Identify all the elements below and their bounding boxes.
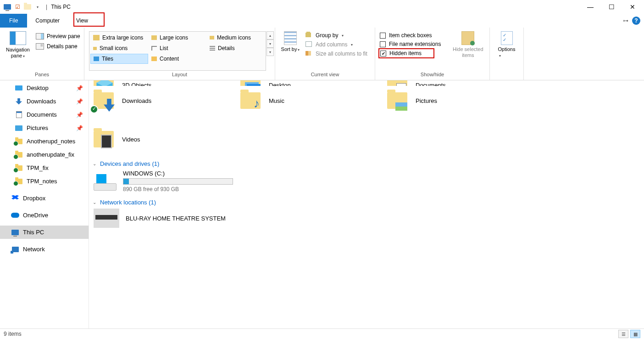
- pc-icon: [3, 2, 12, 11]
- drive-name: WINDOWS (C:): [123, 170, 233, 177]
- layout-extra-large-icons[interactable]: Extra large icons: [90, 33, 148, 43]
- window-controls: — ☐ ✕: [580, 0, 643, 14]
- drive-c[interactable]: WINDOWS (C:) 890 GB free of 930 GB: [94, 170, 639, 192]
- help-icon[interactable]: ?: [632, 17, 640, 25]
- main-area: Desktop📌 Downloads📌 Documents📌 Pictures📌…: [0, 80, 644, 328]
- close-button[interactable]: ✕: [622, 0, 643, 14]
- size-all-columns-button: Size all columns to fit: [305, 51, 372, 57]
- current-view-group-label: Current view: [278, 72, 372, 79]
- tree-dropbox[interactable]: Dropbox: [0, 192, 89, 205]
- layout-content[interactable]: Content: [149, 54, 206, 64]
- pin-icon: 📌: [76, 98, 83, 105]
- tab-file[interactable]: File: [0, 14, 27, 28]
- title-bar: ☑ ▾ | This PC — ☐ ✕: [0, 0, 644, 14]
- pin-icon: 📌: [76, 112, 83, 118]
- tree-desktop[interactable]: Desktop📌: [0, 81, 89, 95]
- network-device-bluray[interactable]: BLU-RAY HOME THEATRE SYSTEM: [94, 209, 639, 228]
- tab-view[interactable]: View: [68, 14, 96, 28]
- folder-documents[interactable]: Documents: [385, 80, 523, 86]
- group-by-icon: [305, 32, 313, 39]
- layout-medium-icons[interactable]: Medium icons: [207, 33, 265, 43]
- options-button[interactable]: Options▾: [493, 29, 521, 71]
- group-by-button[interactable]: Group by▾: [305, 32, 372, 39]
- folder-desktop[interactable]: Desktop: [239, 80, 376, 86]
- tree-documents[interactable]: Documents📌: [0, 108, 89, 121]
- chevron-down-icon: ⌄: [93, 200, 96, 205]
- highlight-hidden-items: ✔Hidden items: [378, 48, 434, 58]
- layout-group-label: Layout: [87, 72, 272, 79]
- pin-icon: 📌: [76, 125, 83, 131]
- sync-badge-icon: [90, 105, 98, 113]
- hide-selected-icon: [461, 31, 474, 45]
- tree-folder-tpm-notes[interactable]: TPM_notes: [0, 175, 89, 188]
- drive-free-text: 890 GB free of 930 GB: [123, 186, 233, 192]
- ribbon-tabs: File Computer View ⊶ ?: [0, 14, 644, 28]
- layout-small-icons[interactable]: Small icons: [90, 43, 148, 53]
- file-name-extensions-checkbox[interactable]: File name extensions: [380, 41, 450, 47]
- hide-selected-items-button: Hide selected items: [450, 29, 487, 71]
- details-view-button[interactable]: ☰: [618, 330, 628, 338]
- drive-icon: [94, 172, 117, 191]
- folder-downloads[interactable]: Downloads: [92, 88, 229, 113]
- section-devices-and-drives[interactable]: ⌄ Devices and drives (1): [93, 160, 639, 167]
- tab-computer[interactable]: Computer: [27, 14, 68, 28]
- tree-pictures[interactable]: Pictures📌: [0, 121, 89, 135]
- new-folder-icon[interactable]: [23, 2, 32, 11]
- tiles-view-button[interactable]: ▦: [630, 330, 640, 338]
- title-separator: |: [46, 4, 47, 10]
- layout-scroll-down[interactable]: ▾: [266, 40, 274, 48]
- content-pane: 3D Objects Desktop Documents Downloads ♪…: [89, 80, 644, 328]
- tree-this-pc[interactable]: This PC: [0, 226, 89, 239]
- panes-group-label: Panes: [3, 72, 81, 79]
- navigation-tree: Desktop📌 Downloads📌 Documents📌 Pictures📌…: [0, 80, 89, 328]
- layout-large-icons[interactable]: Large icons: [149, 33, 206, 43]
- tree-folder-anotherupd-notes[interactable]: Anotherupd_notes: [0, 135, 89, 148]
- minimize-button[interactable]: —: [580, 0, 601, 14]
- preview-pane-icon: [36, 33, 44, 40]
- tree-folder-tpm-fix[interactable]: TPM_fix: [0, 161, 89, 175]
- quick-access-toolbar: ☑ ▾: [3, 2, 42, 11]
- folder-3d-objects[interactable]: 3D Objects: [92, 80, 229, 86]
- layout-tiles[interactable]: Tiles: [90, 54, 148, 64]
- add-columns-icon: [305, 41, 313, 48]
- details-pane-button[interactable]: Details pane: [36, 43, 80, 50]
- layout-list[interactable]: List: [149, 43, 206, 53]
- sort-by-icon: [284, 31, 297, 45]
- layout-details[interactable]: Details: [207, 43, 265, 53]
- folder-music[interactable]: ♪ Music: [239, 88, 376, 113]
- maximize-button[interactable]: ☐: [601, 0, 622, 14]
- add-columns-button: Add columns▾: [305, 41, 372, 48]
- tree-folder-anotherupdate-fix[interactable]: anotherupdate_fix: [0, 148, 89, 161]
- hidden-items-checkbox[interactable]: ✔Hidden items: [380, 50, 429, 56]
- item-check-boxes-checkbox[interactable]: Item check boxes: [380, 32, 450, 39]
- tree-network[interactable]: Network: [0, 243, 89, 256]
- section-network-locations[interactable]: ⌄ Network locations (1): [93, 199, 639, 206]
- qat-customize-icon[interactable]: ▾: [33, 2, 42, 11]
- window-title: This PC: [51, 4, 71, 10]
- details-pane-icon: [36, 43, 44, 50]
- chevron-down-icon: ⌄: [93, 161, 96, 166]
- minimize-ribbon-icon[interactable]: ⊶: [623, 17, 628, 24]
- tree-onedrive[interactable]: OneDrive: [0, 209, 89, 222]
- navigation-pane-button[interactable]: Navigation pane▾: [3, 29, 33, 59]
- status-bar: 9 items ☰ ▦: [0, 328, 644, 339]
- navigation-pane-icon: [10, 31, 26, 45]
- show-hide-group-label: Show/hide: [378, 72, 487, 79]
- folder-videos[interactable]: Videos: [92, 126, 229, 152]
- sort-by-button[interactable]: Sort by▾: [278, 29, 303, 71]
- status-item-count: 9 items: [4, 331, 22, 337]
- properties-icon[interactable]: ☑: [13, 2, 22, 11]
- ribbon: Navigation pane▾ Preview pane Details pa…: [0, 28, 644, 80]
- pin-icon: 📌: [76, 85, 83, 91]
- network-device-icon: [94, 209, 119, 228]
- tree-downloads[interactable]: Downloads📌: [0, 95, 89, 108]
- folder-pictures[interactable]: Pictures: [385, 88, 523, 113]
- layout-scroll-up[interactable]: ▴: [266, 31, 274, 40]
- drive-usage-bar: [123, 178, 233, 185]
- options-icon: [501, 31, 513, 45]
- preview-pane-button[interactable]: Preview pane: [36, 33, 80, 40]
- size-columns-icon: [305, 51, 313, 57]
- layout-expand[interactable]: ▾: [266, 48, 274, 56]
